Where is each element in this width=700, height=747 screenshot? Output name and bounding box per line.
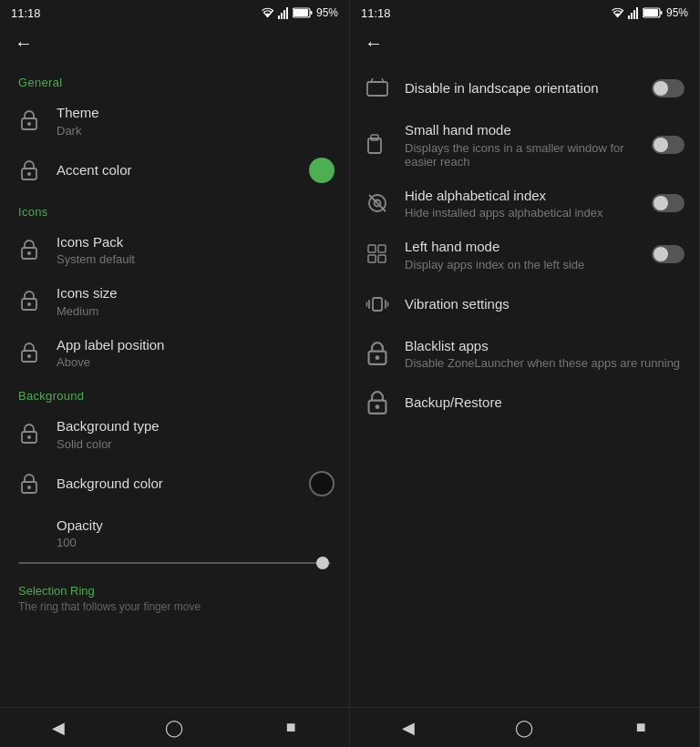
bg-type-title: Background type <box>57 417 335 435</box>
vibration-content: Vibration settings <box>405 295 685 313</box>
opacity-slider-thumb[interactable] <box>316 557 329 569</box>
right-nav-back[interactable]: ◀ <box>390 710 427 746</box>
app-label-position-content: App label position Above <box>57 336 335 370</box>
bg-color-lock-icon <box>15 469 44 498</box>
svg-rect-37 <box>378 245 386 252</box>
svg-rect-21 <box>628 15 630 19</box>
settings-item-app-label-position[interactable]: App label position Above <box>0 327 349 379</box>
opacity-subtitle: 100 <box>57 536 335 549</box>
blacklist-title: Blacklist apps <box>405 337 685 355</box>
right-time: 11:18 <box>361 6 391 20</box>
left-nav-back[interactable]: ◀ <box>40 710 77 746</box>
svg-rect-26 <box>660 11 662 15</box>
svg-point-48 <box>376 404 380 409</box>
right-battery-icon <box>643 7 663 18</box>
left-nav-recent[interactable]: ■ <box>273 710 309 746</box>
settings-item-icons-pack[interactable]: Icons Pack System default <box>0 224 349 276</box>
bg-type-subtitle: Solid color <box>57 437 335 451</box>
settings-item-bg-type[interactable]: Background type Solid color <box>0 408 349 460</box>
opacity-spacer <box>15 518 44 547</box>
svg-rect-3 <box>286 7 288 19</box>
icons-size-subtitle: Medium <box>57 304 335 318</box>
theme-lock-icon <box>15 106 44 135</box>
left-panel: 11:18 95% ← General <box>0 0 350 747</box>
bg-color-title: Background color <box>57 475 309 493</box>
svg-rect-23 <box>633 10 635 19</box>
backup-title: Backup/Restore <box>405 394 685 412</box>
vibration-title: Vibration settings <box>405 295 685 313</box>
right-scroll-content: Disable in landscape orientation Small h… <box>350 57 699 707</box>
section-header-background: Background <box>0 378 349 408</box>
hide-alpha-toggle-switch[interactable] <box>652 194 685 212</box>
hide-alpha-title: Hide alphabetical index <box>405 187 652 205</box>
left-hand-toggle-switch[interactable] <box>652 245 685 263</box>
settings-item-icons-size[interactable]: Icons size Medium <box>0 275 349 327</box>
hide-alpha-toggle[interactable] <box>652 194 685 212</box>
icons-pack-subtitle: System default <box>57 252 335 266</box>
small-hand-toggle-switch[interactable] <box>652 136 685 154</box>
settings-item-small-hand[interactable]: Small hand mode Displays the icons in a … <box>350 112 699 178</box>
settings-item-opacity[interactable]: Opacity 100 <box>0 507 349 559</box>
left-status-icons: 95% <box>261 6 338 19</box>
bg-color-circle[interactable] <box>309 471 335 496</box>
small-hand-toggle[interactable] <box>652 136 685 154</box>
right-signal-icon <box>628 6 639 19</box>
left-bottom-nav: ◀ ◯ ■ <box>0 707 349 747</box>
svg-rect-2 <box>283 10 285 19</box>
opacity-slider-track[interactable] <box>18 562 331 564</box>
app-label-lock-icon <box>15 338 44 367</box>
right-wifi-icon <box>611 7 624 18</box>
icons-size-title: Icons size <box>57 284 335 302</box>
small-hand-title: Small hand mode <box>405 121 652 139</box>
backup-lock-icon <box>365 390 390 415</box>
small-hand-content: Small hand mode Displays the icons in a … <box>405 121 652 169</box>
icons-pack-title: Icons Pack <box>57 233 335 251</box>
settings-item-disable-landscape[interactable]: Disable in landscape orientation <box>350 65 699 112</box>
theme-subtitle: Dark <box>57 124 335 138</box>
accent-lock-icon <box>15 156 44 185</box>
right-panel: 11:18 95% ← <box>350 0 700 747</box>
icons-size-lock-icon <box>15 286 44 315</box>
icons-pack-lock-icon <box>15 235 44 264</box>
left-battery-pct: 95% <box>316 6 338 19</box>
right-status-icons: 95% <box>611 6 688 19</box>
selection-ring-subtitle: The ring that follows your finger move <box>18 600 331 613</box>
icons-size-content: Icons size Medium <box>57 284 335 318</box>
disable-landscape-toggle[interactable] <box>652 79 685 97</box>
opacity-content: Opacity 100 <box>57 517 335 550</box>
bg-type-lock-icon <box>15 419 44 448</box>
bg-type-content: Background type Solid color <box>57 417 335 451</box>
settings-item-accent-color[interactable]: Accent color <box>0 147 349 194</box>
hide-alpha-content: Hide alphabetical index Hide installed a… <box>405 187 652 220</box>
right-nav-home[interactable]: ◯ <box>506 710 542 746</box>
accent-color-circle[interactable] <box>309 158 335 183</box>
svg-rect-32 <box>371 135 378 140</box>
opacity-slider-container[interactable] <box>0 558 349 575</box>
disable-landscape-content: Disable in landscape orientation <box>405 79 652 97</box>
bg-color-control[interactable] <box>309 471 335 496</box>
right-nav-recent[interactable]: ■ <box>623 710 659 746</box>
left-status-bar: 11:18 95% <box>0 0 349 26</box>
right-bottom-nav: ◀ ◯ ■ <box>350 707 699 747</box>
svg-point-12 <box>27 251 31 255</box>
settings-item-bg-color[interactable]: Background color <box>0 460 349 507</box>
left-nav-home[interactable]: ◯ <box>156 710 192 746</box>
settings-item-left-hand[interactable]: Left hand mode Display apps index on the… <box>350 229 699 281</box>
left-hand-icon <box>365 241 390 267</box>
settings-item-blacklist[interactable]: Blacklist apps Disable ZoneLauncher when… <box>350 328 699 380</box>
settings-item-vibration[interactable]: Vibration settings <box>350 281 699 328</box>
hide-alpha-icon <box>365 190 390 216</box>
app-label-position-subtitle: Above <box>57 355 335 369</box>
settings-item-backup[interactable]: Backup/Restore <box>350 379 699 426</box>
selection-ring-footer: Selection Ring The ring that follows you… <box>0 575 349 617</box>
disable-landscape-toggle-switch[interactable] <box>652 79 685 97</box>
left-hand-toggle[interactable] <box>652 245 685 263</box>
svg-rect-6 <box>293 9 308 16</box>
right-back-button[interactable]: ← <box>365 33 383 54</box>
left-back-button[interactable]: ← <box>15 33 33 54</box>
settings-item-hide-alpha[interactable]: Hide alphabetical index Hide installed a… <box>350 178 699 230</box>
svg-rect-1 <box>281 13 283 19</box>
accent-color-control[interactable] <box>309 158 335 183</box>
disable-landscape-title: Disable in landscape orientation <box>405 79 652 97</box>
settings-item-theme[interactable]: Theme Dark <box>0 95 349 147</box>
